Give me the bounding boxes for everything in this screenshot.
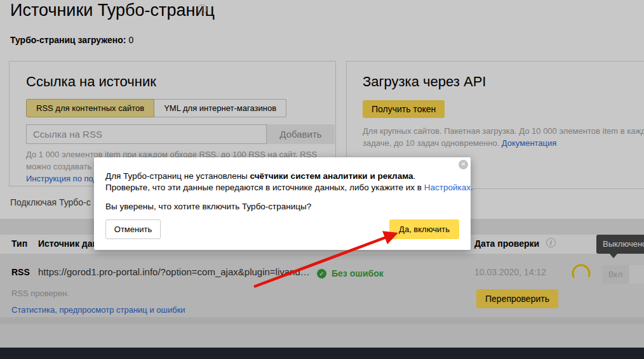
confirm-enable-button[interactable]: Да, включить (389, 219, 459, 239)
modal-warning-line2: Проверьте, что эти данные передаются в и… (105, 183, 473, 192)
modal-warning-line2-text: Проверьте, что эти данные передаются в и… (105, 183, 424, 192)
modal-warning-suffix: . (413, 171, 416, 181)
cancel-button[interactable]: Отменить (105, 219, 161, 239)
close-icon[interactable]: ✕ (459, 160, 468, 169)
modal-warning-prefix: Для Турбо-страниц не установлены (105, 171, 250, 181)
enable-turbo-confirm-dialog: ✕ Для Турбо-страниц не установлены счётч… (94, 157, 471, 250)
modal-warning-bold: счётчики систем аналитики и реклама (250, 171, 413, 181)
modal-warning-line1: Для Турбо-страниц не установлены счётчик… (105, 171, 415, 181)
settings-link[interactable]: Настройках. (424, 183, 473, 192)
modal-question: Вы уверены, что хотите включить Турбо-ст… (105, 202, 311, 211)
